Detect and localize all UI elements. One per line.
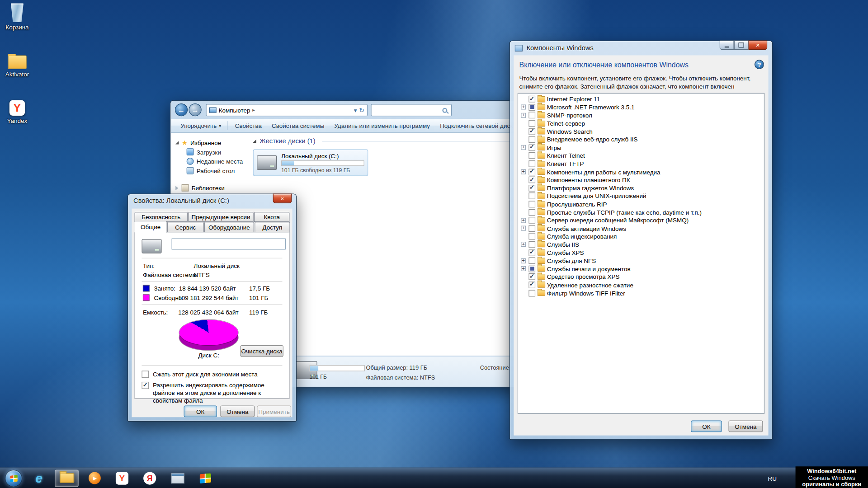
help-icon[interactable]: ? <box>755 60 764 69</box>
tree-expanded-icon[interactable] <box>175 141 179 144</box>
component-item[interactable]: +Компоненты для работы с мультимедиа <box>518 168 764 176</box>
component-item[interactable]: Компоненты планшетного ПК <box>518 176 764 184</box>
component-checkbox[interactable] <box>528 265 535 272</box>
component-checkbox[interactable] <box>528 290 535 296</box>
toolbar-command-4[interactable]: Подключить сетевой диск <box>435 121 518 131</box>
component-item[interactable]: +SNMP-протокол <box>518 111 764 119</box>
desktop-icon-recycle-bin[interactable]: Корзина <box>1 3 33 30</box>
tab-front-3[interactable]: Доступ <box>255 222 290 232</box>
search-input[interactable] <box>371 104 452 116</box>
component-item[interactable]: Служба индексирования <box>518 232 764 240</box>
component-item[interactable]: Telnet-сервер <box>518 119 764 127</box>
tab-front-2[interactable]: Оборудование <box>204 222 254 232</box>
language-indicator[interactable]: RU <box>768 475 777 482</box>
component-checkbox[interactable] <box>528 128 535 135</box>
start-button[interactable] <box>5 469 22 487</box>
component-checkbox[interactable] <box>528 282 535 288</box>
sidebar-item-1[interactable]: Недавние места <box>171 157 246 166</box>
close-button[interactable]: × <box>749 40 768 50</box>
installer-taskbar-button[interactable] <box>165 469 189 487</box>
component-checkbox[interactable] <box>528 209 535 216</box>
component-item[interactable]: +Службы IIS <box>518 240 764 249</box>
component-item[interactable]: +Службы для NFS <box>518 257 764 265</box>
component-item[interactable]: +Microsoft .NET Framework 3.5.1 <box>518 103 764 111</box>
component-item[interactable]: +Службы печати и документов <box>518 265 764 273</box>
component-checkbox[interactable] <box>528 144 535 151</box>
tree-collapsed-icon[interactable] <box>175 186 178 190</box>
expand-plus-icon[interactable]: + <box>521 226 526 231</box>
toolbar-command-0[interactable]: Упорядочить▾ <box>175 121 226 131</box>
component-checkbox[interactable] <box>528 217 535 224</box>
component-checkbox[interactable] <box>528 169 535 175</box>
tab-back-2[interactable]: Квота <box>254 212 289 222</box>
address-bar[interactable]: Компьютер ▸ ▾ ↻ <box>206 104 368 116</box>
close-button[interactable]: × <box>273 194 292 203</box>
breadcrumb[interactable]: Компьютер <box>219 107 250 113</box>
component-item[interactable]: Внедряемое веб-ядро служб IIS <box>518 136 764 144</box>
media-taskbar-button[interactable] <box>82 469 106 487</box>
ie-taskbar-button[interactable] <box>27 469 51 487</box>
component-item[interactable]: Internet Explorer 11 <box>518 95 764 103</box>
toolbar-command-2[interactable]: Свойства системы <box>267 121 329 131</box>
expand-plus-icon[interactable]: + <box>521 242 526 247</box>
cancel-button[interactable]: Отмена <box>728 421 763 432</box>
tab-front-1[interactable]: Сервис <box>167 222 204 232</box>
sidebar-item-favorites[interactable]: ★ Избранное <box>171 138 246 147</box>
expand-plus-icon[interactable]: + <box>521 145 526 150</box>
compress-checkbox-row[interactable]: Сжать этот диск для экономии места <box>142 371 257 378</box>
volume-label-input[interactable] <box>172 239 286 249</box>
component-item[interactable]: Службы XPS <box>518 249 764 257</box>
component-item[interactable]: Платформа гаджетов Windows <box>518 184 764 192</box>
sidebar-item-0[interactable]: Загрузки <box>171 147 246 157</box>
component-checkbox[interactable] <box>528 193 535 200</box>
component-checkbox[interactable] <box>528 177 535 183</box>
component-item[interactable]: +Игры <box>518 144 764 152</box>
component-item[interactable]: Подсистема для UNIX-приложений <box>518 192 764 200</box>
expand-plus-icon[interactable]: + <box>521 113 526 118</box>
toolbar-command-3[interactable]: Удалить или изменить программу <box>329 121 435 131</box>
expand-plus-icon[interactable]: + <box>521 169 526 174</box>
component-checkbox[interactable] <box>528 120 535 127</box>
expand-plus-icon[interactable]: + <box>521 266 526 271</box>
forward-button[interactable]: → <box>189 103 202 116</box>
expand-plus-icon[interactable]: + <box>521 258 526 263</box>
component-item[interactable]: Средство просмотра XPS <box>518 273 764 281</box>
address-dropdown-icon[interactable]: ▾ <box>354 107 357 114</box>
tab-front-0[interactable]: Общие <box>135 221 167 233</box>
component-item[interactable]: Удаленное разностное сжатие <box>518 281 764 289</box>
component-item[interactable]: +Служба активации Windows <box>518 225 764 233</box>
sidebar-item-2[interactable]: Рабочий стол <box>171 166 246 175</box>
component-item[interactable]: Клиент Telnet <box>518 152 764 160</box>
expand-plus-icon[interactable]: + <box>521 105 526 110</box>
minimize-button[interactable] <box>720 40 734 50</box>
toolbar-command-1[interactable]: Свойства <box>230 121 267 131</box>
disk-cleanup-button[interactable]: Очистка диска <box>240 345 283 357</box>
component-checkbox[interactable] <box>528 225 535 232</box>
tab-back-1[interactable]: Предыдущие версии <box>188 212 253 222</box>
apply-button[interactable]: Применить <box>257 406 291 418</box>
drive-item[interactable]: Локальный диск (C:) 101 ГБ свободно из 1… <box>253 150 368 176</box>
component-checkbox[interactable] <box>528 233 535 240</box>
component-item[interactable]: Прослушиватель RIP <box>518 200 764 208</box>
index-checkbox[interactable] <box>142 382 149 389</box>
yandex-browser-taskbar-button[interactable] <box>138 469 162 487</box>
explorer-taskbar-button[interactable] <box>55 469 79 487</box>
components-list[interactable]: Internet Explorer 11+Microsoft .NET Fram… <box>518 93 764 414</box>
component-checkbox[interactable] <box>528 152 535 159</box>
refresh-icon[interactable]: ↻ <box>359 107 364 114</box>
index-checkbox-row[interactable]: Разрешить индексировать содержимое файло… <box>142 382 287 405</box>
compress-checkbox[interactable] <box>142 371 149 378</box>
expand-plus-icon[interactable]: + <box>521 218 526 223</box>
component-checkbox[interactable] <box>528 112 535 119</box>
component-checkbox[interactable] <box>528 249 535 256</box>
component-checkbox[interactable] <box>528 185 535 192</box>
component-checkbox[interactable] <box>528 273 535 280</box>
component-checkbox[interactable] <box>528 258 535 264</box>
back-button[interactable]: ← <box>175 103 188 116</box>
component-checkbox[interactable] <box>528 104 535 111</box>
desktop-icon-folder[interactable]: Aktivator <box>1 51 33 78</box>
breadcrumb-arrow-icon[interactable]: ▸ <box>252 108 255 113</box>
component-checkbox[interactable] <box>528 160 535 167</box>
component-item[interactable]: Windows Search <box>518 127 764 136</box>
sidebar-item-libraries[interactable]: Библиотеки <box>171 183 246 192</box>
